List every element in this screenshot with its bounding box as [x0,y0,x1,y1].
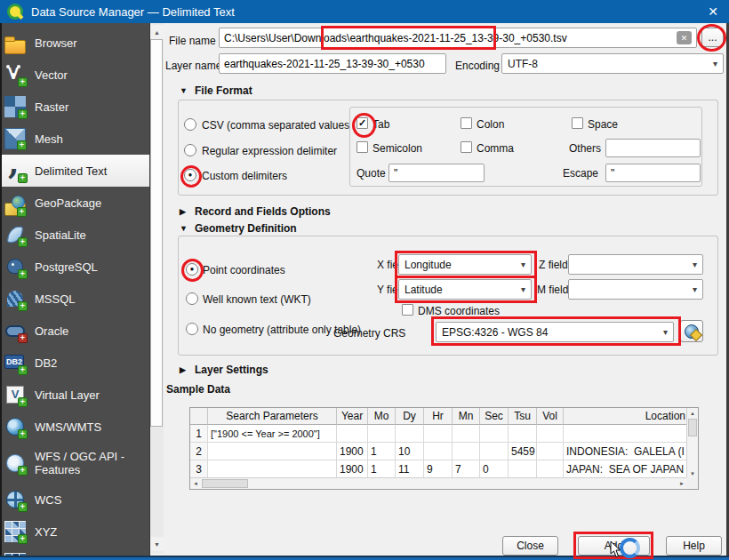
file-format-header[interactable]: ▼ File Format [180,84,252,97]
sidebar-item-virtual-layer[interactable]: Virtual Layer [0,379,149,411]
encoding-select[interactable]: UTF-8 ▾ [501,53,724,74]
table-horizontal-scrollbar[interactable]: ◄ ► [190,477,687,489]
select-crs-button[interactable] [680,320,703,342]
scrollbar-thumb[interactable] [202,479,248,488]
sidebar-item-db2[interactable]: DB2 [0,347,149,379]
geometry-definition-header[interactable]: ▼ Geometry Definition [180,222,297,235]
sidebar-item-delimited-text[interactable]: Delimited Text [0,155,149,187]
file-name-input[interactable] [219,28,697,48]
db2-icon [4,352,26,373]
radio-regexp-label: Regular expression delimiter [202,145,337,157]
radio-point-coordinates-label: Point coordinates [203,264,285,276]
m-field-label: M field [537,284,568,296]
sidebar-item-browser[interactable]: Browser [0,27,149,59]
others-input[interactable] [605,139,701,157]
layer-name-label: Layer name [165,60,221,72]
x-field-select[interactable]: Longitude ▾ [398,254,532,275]
qgis-logo-icon [7,4,23,20]
wfs-globe-icon [4,452,26,474]
panel-scrollbar[interactable]: ▲ ▼ [150,23,164,553]
radio-point-coordinates[interactable]: ● [186,263,198,276]
radio-csv[interactable] [184,118,196,131]
sidebar-item-mesh[interactable]: Mesh [0,123,149,155]
checkbox-space-label: Space [588,118,618,131]
table-row: 2 1900 1 10 5459 INDONESIA: GALELA (I [190,443,698,460]
layer-settings-header[interactable]: ▶ Layer Settings [180,364,268,376]
checkbox-semicolon-label: Semicolon [373,142,422,155]
xyz-tiles-icon [4,521,26,542]
close-window-icon[interactable]: ✕ [701,1,725,21]
z-field-select[interactable]: ▾ [568,254,703,275]
radio-wkt-label: Well known text (WKT) [203,293,311,306]
sidebar-item-wcs[interactable]: WCS [0,484,149,516]
scrollbar-thumb[interactable] [688,419,697,436]
checkbox-dms-label: DMS coordinates [418,305,500,317]
encoding-label: Encoding [455,60,500,72]
clear-icon[interactable]: ✕ [677,31,692,44]
virtual-layer-icon [4,384,26,405]
quote-input[interactable] [389,164,485,182]
sidebar-item-geopackage[interactable]: GeoPackage [0,187,149,219]
y-field-select[interactable]: Latitude ▾ [398,279,532,300]
sidebar-item-xyz[interactable]: XYZ [0,516,149,548]
table-header-row: Search Parameters Year Mo Dy Hr Mn Sec T… [190,408,698,425]
scroll-left-icon[interactable]: ◄ [190,478,201,489]
oracle-icon [4,320,26,341]
sidebar-item-spatialite[interactable]: SpatiaLite [0,219,149,251]
spatialite-icon [4,224,26,245]
checkbox-tab-label: Tab [373,118,389,131]
data-source-manager-window: Data Source Manager — Delimited Text ✕ B… [0,0,729,560]
sidebar-item-wfs-ogc-api[interactable]: WFS / OGC API - Features [0,443,149,484]
table-vertical-scrollbar[interactable]: ▲ ▼ [686,408,698,478]
escape-input[interactable] [605,164,701,182]
scrollbar-thumb[interactable] [150,39,163,427]
radio-no-geometry[interactable] [186,323,198,335]
sidebar-item-vector-tile[interactable]: Vector Tile [0,548,149,560]
m-field-select[interactable]: ▾ [568,279,703,300]
record-fields-header[interactable]: ▶ Record and Fields Options [180,205,331,218]
sidebar-item-vector[interactable]: Vector [0,59,149,91]
sidebar-item-postgresql[interactable]: PostgreSQL [0,251,149,283]
checkbox-comma[interactable] [461,141,472,153]
vector-tile-icon [4,553,26,560]
radio-custom-delimiters-label: Custom delimiters [202,170,287,182]
checkbox-semicolon[interactable] [356,141,368,153]
z-field-label: Z field [539,259,568,271]
chevron-down-icon: ▾ [693,260,697,269]
checkbox-space[interactable] [572,117,583,129]
sidebar-item-oracle[interactable]: Oracle [0,315,149,347]
scroll-up-icon[interactable]: ▲ [687,408,698,418]
radio-custom-delimiters[interactable]: ● [184,169,196,181]
radio-csv-label: CSV (comma separated values) [202,119,353,132]
table-row: 1 ["1900 <= Year >= 2000"] [190,425,698,443]
quote-label: Quote [356,167,386,180]
titlebar: Data Source Manager — Delimited Text ✕ [0,0,729,23]
checkbox-colon[interactable] [461,117,472,129]
sidebar-item-wms-wmts[interactable]: WMS/WMTS [0,411,149,443]
sidebar-item-raster[interactable]: Raster [0,91,149,123]
vector-layer-icon [4,64,26,85]
checkbox-dms[interactable] [402,304,413,316]
expanded-arrow-icon: ▼ [180,224,188,233]
sidebar-item-mssql[interactable]: MSSQL [0,283,149,315]
others-label: Others [560,142,601,155]
checkbox-tab[interactable]: ✓ [356,117,368,129]
radio-regexp[interactable] [184,144,196,156]
browse-button[interactable]: ... [701,28,724,47]
collapsed-arrow-icon: ▶ [180,207,188,216]
sample-data-table: Search Parameters Year Mo Dy Hr Mn Sec T… [189,407,699,490]
wms-globe-icon [4,416,26,437]
delimited-text-icon [4,160,26,181]
chevron-down-icon: ▾ [663,327,668,337]
chevron-down-icon: ▾ [713,59,717,68]
layer-name-input[interactable] [219,53,446,74]
close-button[interactable]: Close [502,536,558,556]
scroll-up-icon[interactable]: ▲ [150,25,164,39]
geometry-crs-select[interactable]: EPSG:4326 - WGS 84 ▾ [436,322,674,342]
window-title: Data Source Manager — Delimited Text [31,5,235,19]
mouse-cursor-icon [610,540,622,560]
help-button[interactable]: Help [666,536,722,556]
scroll-down-icon[interactable]: ▼ [150,537,164,551]
busy-spinner-icon [620,538,640,558]
radio-wkt[interactable] [186,292,198,305]
